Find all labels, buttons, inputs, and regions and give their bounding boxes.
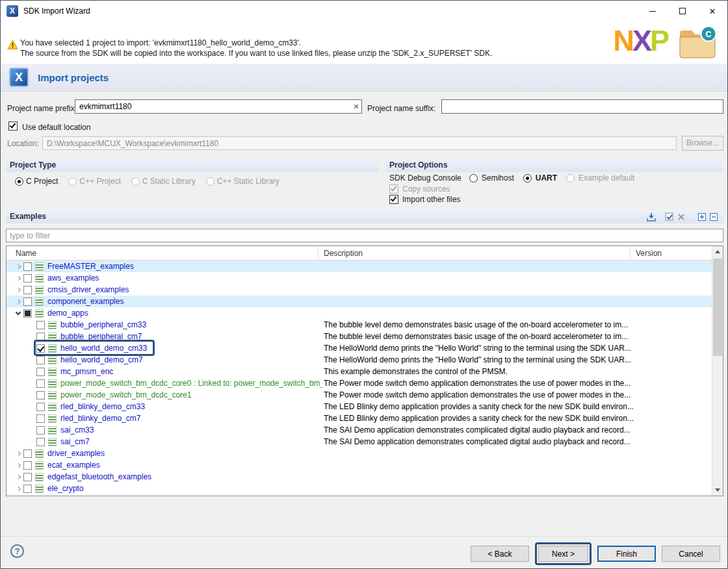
expand-arrow-icon[interactable] xyxy=(13,448,23,459)
table-row[interactable]: edgefast_bluetooth_examples xyxy=(6,471,713,483)
row-checkbox[interactable] xyxy=(36,321,45,329)
expand-arrow-icon[interactable] xyxy=(26,401,36,412)
table-row[interactable]: bubble_peripheral_cm7 The bubble level d… xyxy=(6,331,713,342)
expand-arrow-icon[interactable] xyxy=(26,436,36,447)
expand-arrow-icon[interactable] xyxy=(13,284,23,295)
expand-arrow-icon[interactable] xyxy=(26,343,36,353)
row-checkbox[interactable] xyxy=(23,485,32,493)
radio-c-project[interactable] xyxy=(15,177,23,186)
expand-arrow-icon[interactable] xyxy=(26,320,36,330)
row-checkbox[interactable] xyxy=(36,356,45,364)
footer-separator xyxy=(1,536,727,537)
table-row[interactable]: power_mode_switch_bm_dcdc_core0 : Linked… xyxy=(6,377,713,389)
expand-arrow-icon[interactable] xyxy=(26,331,36,342)
expand-arrow-icon[interactable] xyxy=(13,483,23,494)
table-row[interactable]: mc_pmsm_enc This example demonstrates th… xyxy=(6,366,713,377)
table-row[interactable]: driver_examples xyxy=(6,448,713,459)
table-row[interactable]: demo_apps xyxy=(6,307,713,319)
scroll-down-icon[interactable] xyxy=(712,485,723,496)
row-checkbox[interactable] xyxy=(36,426,45,435)
row-checkbox[interactable] xyxy=(23,286,32,294)
expand-arrow-icon[interactable] xyxy=(26,425,36,435)
column-header-name[interactable]: Name xyxy=(6,246,318,260)
expand-arrow-icon[interactable] xyxy=(26,355,36,365)
row-name-cell: power_mode_switch_bm_dcdc_core0 : Linked… xyxy=(6,377,322,389)
select-all-icon[interactable] xyxy=(664,211,675,223)
close-button[interactable]: ✕ xyxy=(697,1,727,21)
table-row[interactable]: power_mode_switch_bm_dcdc_core1 The Powe… xyxy=(6,389,713,401)
expand-arrow-icon[interactable] xyxy=(13,472,23,482)
suffix-input[interactable] xyxy=(441,99,723,114)
expand-arrow-icon[interactable] xyxy=(13,308,23,318)
expand-arrow-icon[interactable] xyxy=(26,413,36,424)
scroll-up-icon[interactable] xyxy=(712,246,723,257)
row-checkbox[interactable] xyxy=(36,414,45,423)
maximize-button[interactable] xyxy=(668,1,697,21)
row-checkbox[interactable] xyxy=(36,333,45,341)
row-description: The bubble level demo demonstrates basic… xyxy=(324,331,628,342)
table-row[interactable]: ecat_examples xyxy=(6,459,713,471)
row-checkbox[interactable] xyxy=(23,473,32,481)
row-checkbox[interactable] xyxy=(36,391,45,399)
row-checkbox[interactable] xyxy=(23,297,32,306)
table-row[interactable]: ele_crypto xyxy=(6,483,713,494)
table-row[interactable]: bubble_peripheral_cm33 The bubble level … xyxy=(6,319,713,331)
deselect-all-icon[interactable] xyxy=(675,211,687,223)
table-row[interactable]: cmsis_driver_examples xyxy=(6,284,713,296)
table-row[interactable]: sai_cm33 The SAI Demo application demons… xyxy=(6,424,713,436)
clear-prefix-icon[interactable]: ✕ xyxy=(352,102,361,111)
prefix-input[interactable] xyxy=(75,99,362,114)
expand-arrow-icon[interactable] xyxy=(13,296,23,307)
radio-uart[interactable] xyxy=(523,174,532,183)
row-checkbox[interactable] xyxy=(36,438,45,446)
expand-arrow-icon[interactable] xyxy=(26,366,36,377)
row-checkbox[interactable] xyxy=(36,403,45,411)
import-other-files-checkbox[interactable] xyxy=(389,195,398,204)
filter-input[interactable] xyxy=(6,229,723,242)
table-row[interactable]: rled_blinky_demo_cm7 The LED Blinky demo… xyxy=(6,412,713,424)
back-button[interactable]: < Back xyxy=(471,546,529,562)
table-row[interactable] xyxy=(6,494,713,496)
table-row[interactable]: sai_cm7 The SAI Demo application demonst… xyxy=(6,436,713,448)
row-checkbox[interactable] xyxy=(23,449,32,458)
cancel-button[interactable]: Cancel xyxy=(662,546,720,562)
radio-semihost[interactable] xyxy=(469,174,478,183)
row-description: The LED Blinky demo application provides… xyxy=(324,401,634,412)
collapse-all-icon[interactable] xyxy=(708,211,720,223)
row-checkbox[interactable] xyxy=(23,274,32,283)
expand-arrow-icon[interactable] xyxy=(13,261,23,272)
expand-arrow-icon[interactable] xyxy=(13,495,23,496)
help-button[interactable]: ? xyxy=(10,544,24,558)
import-selection-icon[interactable] xyxy=(645,211,657,223)
expand-arrow-icon[interactable] xyxy=(26,390,36,400)
vertical-scrollbar[interactable] xyxy=(712,246,723,496)
row-checkbox[interactable] xyxy=(36,379,45,388)
next-button[interactable]: Next > xyxy=(538,546,588,562)
table-row[interactable]: FreeMASTER_examples xyxy=(6,260,713,272)
expand-all-icon[interactable] xyxy=(696,211,708,223)
scrollbar-thumb[interactable] xyxy=(713,259,722,356)
table-row[interactable]: component_examples xyxy=(6,296,713,307)
row-label: demo_apps xyxy=(47,309,88,318)
table-row[interactable]: aws_examples xyxy=(6,272,713,284)
table-row[interactable]: rled_blinky_demo_cm33 The LED Blinky dem… xyxy=(6,401,713,412)
row-checkbox[interactable] xyxy=(36,368,45,376)
browse-button[interactable]: Browse... xyxy=(682,136,723,151)
column-header-version[interactable]: Version xyxy=(630,246,712,260)
example-item-icon xyxy=(48,426,57,435)
row-checkbox[interactable] xyxy=(36,344,45,353)
prefix-label: Project name prefix: xyxy=(7,104,77,113)
banner-line-1: You have selected 1 project to import: '… xyxy=(20,38,492,48)
row-checkbox[interactable] xyxy=(23,262,32,271)
row-checkbox[interactable] xyxy=(23,309,32,318)
column-header-description[interactable]: Description xyxy=(318,246,630,260)
expand-arrow-icon[interactable] xyxy=(13,273,23,283)
minimize-button[interactable] xyxy=(638,1,668,21)
table-row[interactable]: hello_world_demo_cm7 The HelloWorld demo… xyxy=(6,354,713,366)
table-row[interactable]: hello_world_demo_cm33 The HelloWorld dem… xyxy=(6,342,713,354)
finish-button[interactable]: Finish xyxy=(597,546,656,562)
use-default-location-checkbox[interactable] xyxy=(8,121,18,131)
expand-arrow-icon[interactable] xyxy=(26,378,36,388)
row-checkbox[interactable] xyxy=(23,461,32,470)
expand-arrow-icon[interactable] xyxy=(13,460,23,470)
